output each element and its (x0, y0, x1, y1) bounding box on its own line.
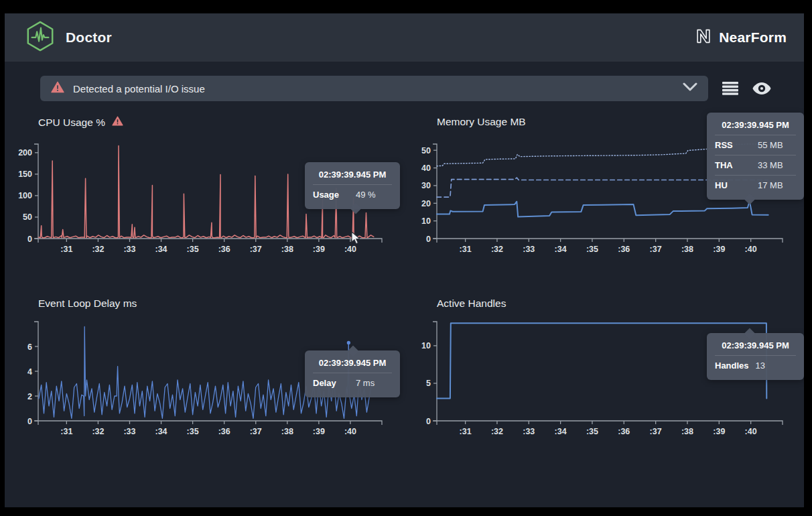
svg-text::33: :33 (123, 245, 135, 254)
svg-text::34: :34 (155, 427, 167, 436)
svg-text::33: :33 (523, 427, 535, 436)
tooltip-row: Delay 7 ms (313, 373, 392, 393)
svg-text::33: :33 (123, 427, 135, 436)
svg-text::36: :36 (618, 427, 630, 436)
svg-text::31: :31 (60, 245, 72, 254)
svg-text:10: 10 (421, 216, 431, 226)
tooltip-label: Usage (313, 190, 356, 200)
svg-text::39: :39 (713, 245, 725, 254)
tooltip-label: HU (715, 180, 758, 190)
svg-text:5: 5 (426, 379, 431, 388)
svg-text::31: :31 (60, 427, 72, 436)
svg-text:0: 0 (27, 417, 32, 426)
svg-text::36: :36 (218, 427, 230, 436)
nearform-n-icon (694, 27, 713, 48)
tooltip-timestamp: 02:39:39.945 PM (313, 355, 392, 373)
svg-text::31: :31 (460, 427, 472, 436)
tooltip-value: 55 MB (758, 140, 783, 150)
chart-title-handles: Active Handles (437, 298, 506, 310)
recommendations-list-icon[interactable] (722, 81, 739, 96)
tooltip-label: THA (715, 160, 758, 170)
svg-text::36: :36 (218, 245, 230, 254)
svg-text:50: 50 (421, 146, 431, 155)
delay-tooltip: 02:39:39.945 PM Delay 7 ms (305, 350, 400, 397)
tooltip-timestamp: 02:39:39.945 PM (715, 117, 796, 135)
eye-toggle-icon[interactable] (752, 81, 772, 96)
nearform-logo: NearForm (694, 27, 787, 48)
issue-dropdown[interactable]: Detected a potential I/O issue (40, 76, 708, 101)
svg-text::32: :32 (491, 245, 503, 254)
tooltip-timestamp: 02:39:39.945 PM (715, 338, 796, 355)
svg-text::32: :32 (92, 427, 104, 436)
svg-text::34: :34 (155, 245, 167, 254)
tooltip-value: 7 ms (356, 378, 375, 388)
chart-title-memory: Memory Usage MB (437, 116, 526, 128)
tooltip-value: 13 (756, 361, 765, 371)
cpu-tooltip: 02:39:39.945 PM Usage 49 % (305, 162, 400, 209)
svg-text:4: 4 (27, 367, 32, 377)
chart-title-memory-text: Memory Usage MB (437, 116, 526, 128)
svg-text::38: :38 (281, 245, 293, 254)
tooltip-timestamp: 02:39:39.945 PM (313, 167, 392, 184)
svg-text:2: 2 (27, 392, 32, 401)
svg-text:0: 0 (426, 417, 431, 426)
svg-text::37: :37 (650, 245, 662, 254)
svg-text::37: :37 (650, 427, 662, 436)
handles-tooltip: 02:39:39.945 PM Handles 13 (707, 333, 804, 380)
svg-text:0: 0 (426, 235, 431, 244)
chart-title-cpu-text: CPU Usage % (38, 117, 105, 129)
chart-title-handles-text: Active Handles (437, 298, 506, 310)
app-logo: Doctor (25, 20, 112, 55)
svg-text::38: :38 (681, 245, 693, 254)
svg-text::38: :38 (681, 427, 693, 436)
chart-title-cpu: CPU Usage % (38, 116, 123, 129)
svg-text:20: 20 (421, 199, 431, 208)
tooltip-value: 49 % (356, 190, 376, 200)
svg-text:150: 150 (18, 170, 32, 179)
svg-text:0: 0 (27, 235, 32, 244)
svg-text:200: 200 (18, 148, 32, 157)
tooltip-value: 33 MB (758, 160, 783, 170)
svg-text::40: :40 (745, 245, 757, 254)
svg-text:50: 50 (23, 212, 32, 222)
tooltip-label: RSS (715, 140, 758, 150)
svg-text::40: :40 (745, 427, 757, 436)
warning-icon (51, 81, 64, 96)
svg-text:30: 30 (421, 181, 431, 190)
svg-text::35: :35 (586, 245, 598, 254)
svg-text:10: 10 (421, 341, 431, 350)
page-title: Doctor (66, 29, 112, 46)
tooltip-row: Usage 49 % (313, 184, 392, 204)
memory-tooltip: 02:39:39.945 PM RSS 55 MB THA 33 MB HU 1… (707, 113, 804, 200)
tooltip-value: 17 MB (758, 180, 783, 190)
header: Doctor NearForm (5, 13, 804, 62)
alert-row: Detected a potential I/O issue (40, 76, 772, 101)
chart-title-delay-text: Event Loop Delay ms (38, 298, 137, 310)
chart-title-delay: Event Loop Delay ms (38, 298, 137, 310)
svg-text::37: :37 (250, 245, 262, 254)
app-window: Doctor NearForm Detected a potential I/O… (5, 13, 804, 507)
svg-text::39: :39 (313, 245, 325, 254)
tooltip-row: RSS 55 MB (715, 135, 796, 155)
mouse-cursor-icon (351, 231, 361, 248)
brand-name: NearForm (719, 29, 787, 46)
svg-text::36: :36 (618, 245, 630, 254)
svg-text::33: :33 (523, 245, 535, 254)
alert-message: Detected a potential I/O issue (73, 83, 674, 94)
svg-text::39: :39 (313, 427, 325, 436)
tooltip-row: HU 17 MB (715, 175, 796, 195)
warning-icon (112, 116, 123, 129)
svg-text:40: 40 (421, 164, 431, 173)
tooltip-row: Handles 13 (715, 355, 796, 375)
svg-text:6: 6 (27, 342, 32, 352)
svg-text::31: :31 (460, 245, 472, 254)
tooltip-label: Delay (313, 378, 356, 388)
svg-text:100: 100 (18, 191, 32, 200)
chevron-down-icon[interactable] (683, 82, 697, 94)
svg-text::37: :37 (250, 427, 262, 436)
svg-text::34: :34 (555, 427, 567, 436)
svg-text::32: :32 (491, 427, 503, 436)
svg-text::35: :35 (187, 245, 199, 254)
doctor-hexagon-logo-icon (25, 20, 56, 55)
svg-text::39: :39 (713, 427, 725, 436)
